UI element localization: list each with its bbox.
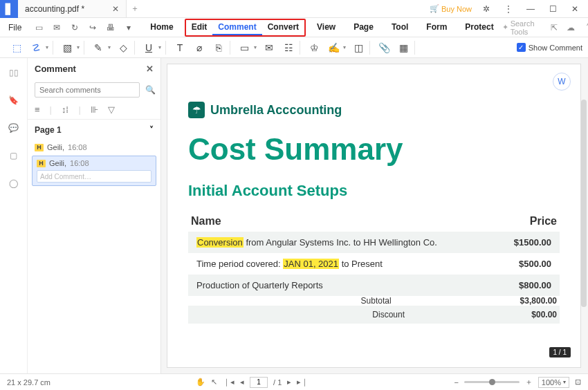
comment-panel-options: ≡ | ↕⁞ | ⊪ ▽ xyxy=(28,100,160,120)
status-bar: 21 x 29.7 cm ✋ ↖ ｜◂ ◂ / 1 ▸ ▸｜ − ＋ 100% … xyxy=(0,373,588,390)
table-row: Time period covered: JAN 01, 2021 to Pre… xyxy=(188,253,560,275)
show-comment-toggle[interactable]: ✓ Show Comment xyxy=(517,43,582,52)
tab-home[interactable]: Home xyxy=(143,19,180,37)
zoom-in-icon[interactable]: ＋ xyxy=(525,377,533,387)
fit-page-icon[interactable]: ⊡ xyxy=(575,378,581,387)
search-icon[interactable]: 🔍 xyxy=(145,85,156,95)
brand-name: Umbrella Acccounting xyxy=(210,103,342,118)
cloud-icon[interactable]: ☁ xyxy=(566,21,576,34)
share-icon[interactable]: ⇱ xyxy=(549,21,559,34)
undo-icon[interactable]: ↻ xyxy=(68,21,81,34)
underline-icon[interactable]: U xyxy=(142,41,156,55)
tab-protect[interactable]: Protect xyxy=(458,19,500,37)
checkbox-checked-icon: ✓ xyxy=(517,43,526,52)
tab-tool[interactable]: Tool xyxy=(385,19,415,37)
thumbnails-icon[interactable]: ▯▯ xyxy=(6,65,21,80)
buy-now-link[interactable]: 🛒 Buy Now xyxy=(430,4,472,13)
more-icon[interactable]: ▾ xyxy=(122,21,135,34)
first-page-icon[interactable]: ｜◂ xyxy=(223,377,235,387)
row-price: $500.00 xyxy=(519,259,551,269)
new-tab-button[interactable]: ＋ xyxy=(127,1,143,17)
tab-page[interactable]: Page xyxy=(347,19,380,37)
zoom-slider[interactable] xyxy=(464,381,520,383)
callout-icon[interactable]: ⌀ xyxy=(192,41,206,55)
window-maximize-button[interactable]: ☐ xyxy=(545,1,560,17)
kebab-menu-icon[interactable]: ⋮ xyxy=(501,1,516,17)
comment-item-selected[interactable]: H Geili, 16:08 Add Comment… xyxy=(32,156,156,186)
prev-page-icon[interactable]: ◂ xyxy=(240,378,244,387)
hand-tool-icon[interactable]: ✋ xyxy=(196,378,205,387)
stamp-icon[interactable]: ♔ xyxy=(307,41,321,55)
add-comment-input[interactable]: Add Comment… xyxy=(37,170,151,183)
zoom-slider-thumb[interactable] xyxy=(489,379,495,385)
menu-tabs: Home Edit Comment Convert View Page Tool… xyxy=(143,19,500,37)
sticky-note-icon[interactable]: ▧ xyxy=(60,41,74,55)
tab-edit[interactable]: Edit xyxy=(186,20,213,35)
page-dimensions: 21 x 29.7 cm xyxy=(7,378,50,387)
zoom-select[interactable]: 100% ▾ xyxy=(538,377,569,388)
eraser-icon[interactable]: ◇ xyxy=(116,41,130,55)
signature-icon[interactable]: ✍ xyxy=(327,41,340,55)
search-tools-button[interactable]: ✦ Search Tools xyxy=(502,19,543,36)
bookmarks-icon[interactable]: 🔖 xyxy=(6,93,21,108)
filter-icon[interactable]: ▽ xyxy=(108,104,115,115)
table-row: Production of Quarterly Reports $800.00 xyxy=(188,275,560,296)
settings-icon[interactable]: ✲ xyxy=(479,1,494,17)
document-viewport[interactable]: W ☂ Umbrella Acccounting Cost Summary In… xyxy=(161,58,588,373)
close-panel-icon[interactable]: ✕ xyxy=(146,64,154,74)
subtotal-value: $3,800.00 xyxy=(520,296,557,306)
attach-icon[interactable]: 📎 xyxy=(377,41,391,55)
area-icon[interactable]: ◫ xyxy=(351,41,365,55)
note-tool-icon[interactable]: ☡ xyxy=(29,41,43,55)
last-page-icon[interactable]: ▸｜ xyxy=(297,377,309,387)
comment-item[interactable]: H Geili, 16:08 xyxy=(28,140,160,154)
tab-convert[interactable]: Convert xyxy=(262,20,304,35)
attachments-icon[interactable]: ▢ xyxy=(6,148,21,163)
redo-icon[interactable]: ↪ xyxy=(86,21,99,34)
shape-rect-icon[interactable]: ▭ xyxy=(237,41,251,55)
vertical-scrollbar[interactable] xyxy=(581,58,587,373)
collapse-ribbon-icon[interactable]: ˄ xyxy=(582,21,588,34)
print-icon[interactable]: 🖶 xyxy=(104,21,117,34)
measure-icon[interactable]: ☷ xyxy=(282,41,295,55)
scrollbar-thumb[interactable] xyxy=(581,100,587,307)
discount-row: Discount $00.00 xyxy=(188,306,560,324)
link-icon[interactable]: ▦ xyxy=(396,41,410,55)
open-icon[interactable]: ▭ xyxy=(33,21,45,34)
row-text: Production of Quarterly Reports xyxy=(196,280,323,290)
comment-page-header[interactable]: Page 1 ˅ xyxy=(28,120,160,140)
comment-search-input[interactable] xyxy=(35,82,140,98)
row-price: $1500.00 xyxy=(514,237,551,248)
search-panel-icon[interactable]: ◯ xyxy=(6,176,21,191)
document-tab[interactable]: accounting.pdf * ✕ xyxy=(18,0,127,17)
tab-form[interactable]: Form xyxy=(419,19,454,37)
sort-icon[interactable]: ↕⁞ xyxy=(62,104,69,115)
comments-panel-icon[interactable]: 💬 xyxy=(6,120,21,136)
row-text: Conversion from Angular Systems Inc. to … xyxy=(196,237,437,248)
search-tools-label: Search Tools xyxy=(511,19,543,36)
indent-icon[interactable]: ≡ xyxy=(35,104,40,115)
highlight-icon[interactable]: ✎ xyxy=(91,41,105,55)
select-tool-status-icon[interactable]: ↖ xyxy=(211,378,217,387)
text-box-icon[interactable]: T xyxy=(173,41,187,55)
window-minimize-button[interactable]: — xyxy=(523,1,538,17)
next-page-icon[interactable]: ▸ xyxy=(287,378,291,387)
shape-icon[interactable]: ✉ xyxy=(262,41,276,55)
row-price: $800.00 xyxy=(519,280,551,290)
save-icon[interactable]: ✉ xyxy=(50,21,63,34)
app-logo-icon[interactable]: ▋ xyxy=(0,0,18,18)
typewriter-icon[interactable]: ⎘ xyxy=(212,41,226,55)
page-number-input[interactable] xyxy=(250,377,268,388)
convert-word-icon[interactable]: W xyxy=(553,73,571,91)
window-close-button[interactable]: ✕ xyxy=(567,1,582,17)
select-tool-icon[interactable]: ⬚ xyxy=(10,41,24,55)
comment-panel: Comment ✕ 🔍 ≡ | ↕⁞ | ⊪ ▽ Page 1 ˅ H Geil… xyxy=(28,58,161,373)
menu-file[interactable]: File xyxy=(3,20,27,35)
filter-cols-icon[interactable]: ⊪ xyxy=(91,104,98,115)
document-title: Cost Summary xyxy=(188,132,560,167)
title-bar: ▋ accounting.pdf * ✕ ＋ 🛒 Buy Now ✲ ⋮ — ☐… xyxy=(0,0,588,18)
close-tab-icon[interactable]: ✕ xyxy=(112,4,119,14)
tab-comment[interactable]: Comment xyxy=(212,20,261,35)
zoom-out-icon[interactable]: − xyxy=(454,378,458,387)
tab-view[interactable]: View xyxy=(310,19,342,37)
